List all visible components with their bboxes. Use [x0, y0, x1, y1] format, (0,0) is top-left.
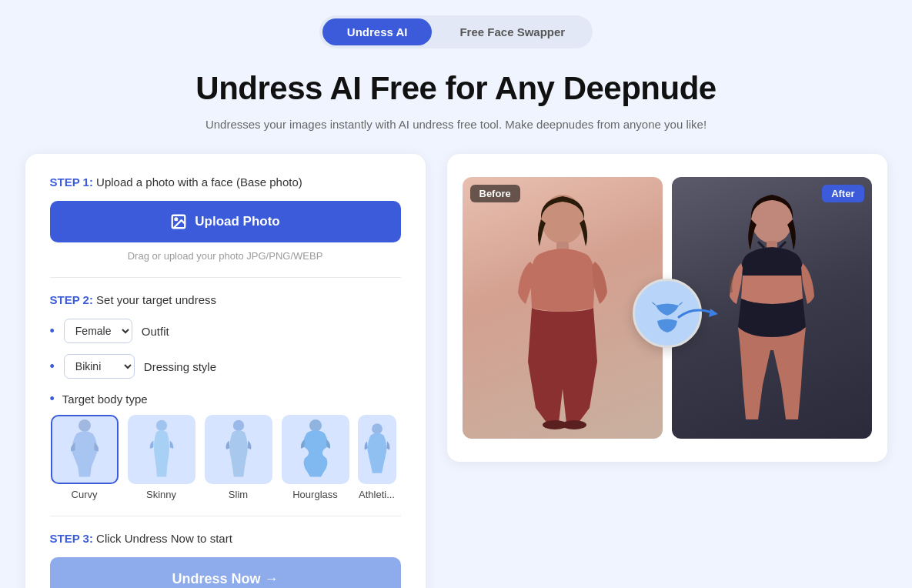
- skinny-label: Skinny: [146, 489, 176, 500]
- upload-photo-button[interactable]: Upload Photo: [50, 201, 401, 242]
- slim-figure: [215, 419, 262, 480]
- undress-now-button[interactable]: Undress Now →: [50, 557, 401, 588]
- tab-face-swapper[interactable]: Free Face Swapper: [435, 18, 590, 45]
- svg-point-3: [155, 420, 166, 431]
- arrow-svg: [675, 302, 721, 332]
- tab-undress-ai[interactable]: Undress AI: [322, 18, 433, 45]
- body-card-img-curvy: [51, 415, 119, 484]
- curvy-label: Curvy: [72, 489, 98, 500]
- svg-line-14: [758, 242, 764, 248]
- body-type-label: Target body type: [62, 393, 148, 406]
- dressing-option: Bikini Lingerie Nude Dressing style: [50, 354, 401, 379]
- body-card-hourglass[interactable]: Hourglass: [281, 415, 350, 500]
- main-layout: STEP 1: Upload a photo with a face (Base…: [25, 154, 887, 588]
- athletic-figure: [359, 419, 395, 480]
- svg-point-2: [79, 419, 91, 432]
- divider-2: [50, 516, 401, 516]
- body-card-img-athletic: [358, 415, 396, 484]
- upload-btn-label: Upload Photo: [195, 214, 279, 229]
- after-badge: After: [822, 185, 864, 202]
- dressing-label: Dressing style: [144, 360, 216, 373]
- step3-label: STEP 3: Click Undress Now to start: [50, 532, 401, 545]
- arrow-overlay: [633, 279, 702, 348]
- curvy-figure: [62, 419, 108, 480]
- left-panel: STEP 1: Upload a photo with a face (Base…: [25, 154, 426, 588]
- tab-bar: Undress AI Free Face Swapper: [319, 15, 593, 48]
- right-panel: Before: [447, 154, 887, 462]
- before-badge: Before: [470, 185, 520, 202]
- svg-point-6: [372, 423, 383, 434]
- upload-icon: [170, 213, 187, 230]
- svg-marker-11: [709, 309, 718, 317]
- before-after-container: Before: [463, 177, 872, 439]
- after-person-svg: [703, 185, 841, 431]
- body-type-row: Target body type: [50, 391, 401, 407]
- body-card-img-skinny: [128, 415, 195, 484]
- svg-point-5: [309, 419, 322, 432]
- body-card-athletic[interactable]: Athleti...: [358, 415, 396, 500]
- body-card-skinny[interactable]: Skinny: [127, 415, 196, 500]
- svg-point-1: [175, 218, 178, 220]
- step1-label: STEP 1: Upload a photo with a face (Base…: [50, 175, 401, 189]
- outfit-select[interactable]: Female Male: [64, 319, 132, 343]
- body-card-slim[interactable]: Slim: [204, 415, 273, 500]
- dressing-select[interactable]: Bikini Lingerie Nude: [64, 354, 135, 379]
- before-person-svg: [493, 185, 632, 431]
- skinny-figure: [139, 419, 185, 480]
- body-type-cards: Curvy Skinny: [50, 415, 401, 500]
- body-card-curvy[interactable]: Curvy: [50, 415, 119, 500]
- upload-hint: Drag or upload your photo JPG/PNG/WEBP: [50, 250, 401, 262]
- body-card-img-slim: [205, 415, 272, 484]
- outfit-label: Outfit: [142, 325, 169, 338]
- svg-point-7: [541, 195, 584, 244]
- svg-point-10: [562, 420, 586, 429]
- svg-line-15: [780, 242, 786, 248]
- athletic-label: Athleti...: [359, 489, 395, 500]
- step2-label: STEP 2: Set your target undress: [50, 293, 401, 306]
- hero-subtitle: Undresses your images instantly with AI …: [205, 118, 707, 131]
- outfit-option: Female Male Outfit: [50, 319, 401, 343]
- svg-point-4: [232, 420, 243, 431]
- hero-title: Undress AI Free for Any Deepnude: [195, 70, 716, 107]
- body-card-img-hourglass: [282, 415, 349, 484]
- hourglass-figure: [292, 419, 339, 480]
- hourglass-label: Hourglass: [292, 489, 338, 500]
- options-list: Female Male Outfit Bikini Lingerie Nude …: [50, 319, 401, 379]
- divider-1: [50, 277, 401, 278]
- slim-label: Slim: [229, 489, 248, 500]
